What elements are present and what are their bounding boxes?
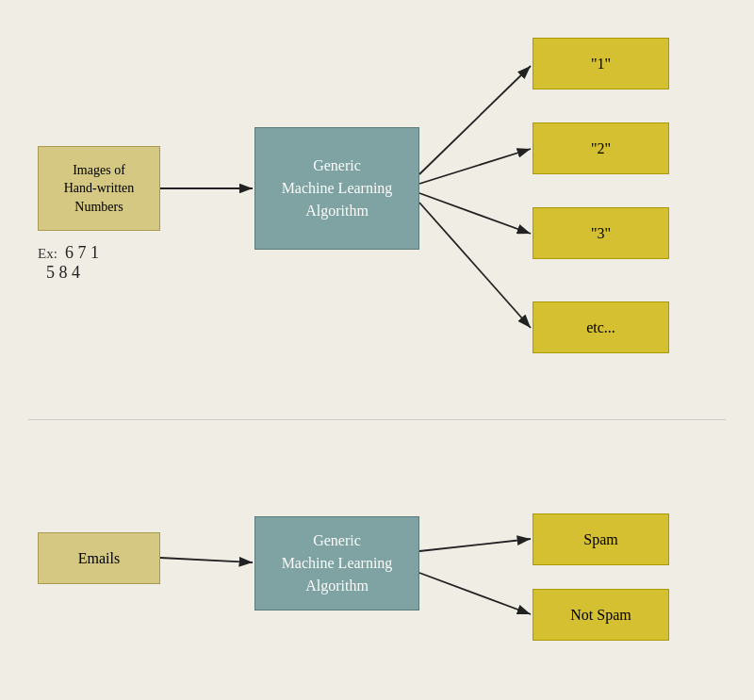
input-handwritten-label: Images of Hand-written Numbers	[64, 161, 135, 217]
output-box-3: "3"	[533, 207, 669, 259]
svg-line-2	[419, 66, 531, 174]
output-label-4: etc...	[586, 319, 615, 336]
svg-line-3	[419, 149, 531, 184]
svg-line-4	[419, 193, 531, 234]
svg-line-6	[160, 558, 253, 562]
output-label-not-spam: Not Spam	[570, 607, 631, 624]
divider	[28, 419, 726, 420]
input-box-emails: Emails	[38, 532, 160, 584]
diagram-container: Images of Hand-written Numbers Generic M…	[0, 0, 754, 700]
output-box-2: "2"	[533, 122, 669, 174]
example-prefix: Ex:	[38, 246, 57, 261]
example-text: Ex: 6 7 1 5 8 4	[38, 243, 99, 283]
svg-line-5	[419, 203, 531, 328]
algo-box-bottom: Generic Machine Learning Algorithm	[254, 516, 419, 610]
output-box-spam: Spam	[533, 513, 669, 565]
output-box-not-spam: Not Spam	[533, 589, 669, 641]
input-box-handwritten: Images of Hand-written Numbers	[38, 146, 160, 231]
output-label-1: "1"	[591, 56, 611, 73]
svg-line-7	[419, 539, 531, 551]
algo-bottom-label: Generic Machine Learning Algorithm	[282, 529, 393, 597]
algo-box-top: Generic Machine Learning Algorithm	[254, 127, 419, 250]
input-emails-label: Emails	[78, 550, 120, 567]
svg-line-8	[419, 573, 531, 614]
output-label-spam: Spam	[583, 531, 617, 548]
output-label-3: "3"	[591, 225, 611, 242]
output-box-1: "1"	[533, 38, 669, 90]
output-box-4: etc...	[533, 301, 669, 353]
algo-top-label: Generic Machine Learning Algorithm	[282, 155, 393, 222]
output-label-2: "2"	[591, 140, 611, 157]
